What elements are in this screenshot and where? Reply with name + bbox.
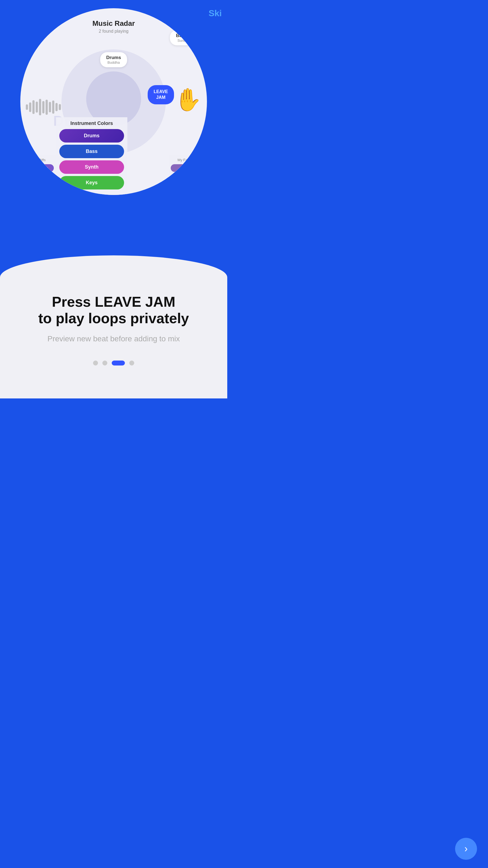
waveform-bar: [36, 102, 38, 113]
bass-bubble[interactable]: Bass Sunu: [170, 30, 193, 45]
radar-circle: Music Radar 2 found playing Drums Buddha…: [20, 8, 207, 195]
waveform-bar: [52, 100, 54, 114]
fav-item-1[interactable]: Drums: [171, 164, 205, 172]
wave-divider: [0, 255, 227, 277]
drums-bubble-sub: Buddha: [106, 60, 121, 65]
main-headline: Press LEAVE JAM to play loops privately: [8, 294, 219, 327]
sub-headline: Preview new beat before adding to mix: [8, 333, 219, 344]
leave-jam-button[interactable]: LEAVE JAM: [148, 85, 174, 104]
epic-riffs-item-2[interactable]: Song 2 Drums: [23, 174, 54, 181]
radar-wrapper: Music Radar 2 found playing Drums Buddha…: [0, 8, 227, 195]
top-section: Ski Music Radar 2 found playing Drums Bu…: [0, 0, 227, 255]
instrument-colors-title: Instrument Colors: [59, 121, 124, 126]
bass-instrument-btn[interactable]: Bass: [59, 145, 124, 158]
keys-instrument-btn[interactable]: Keys: [59, 176, 124, 189]
radar-subtitle: 2 found playing: [93, 29, 135, 34]
radar-title-area: Music Radar 2 found playing: [93, 19, 135, 34]
waveform-bar: [39, 99, 41, 115]
epic-riffs-item-3[interactable]: 7 Nation Army: [23, 183, 54, 191]
pagination-dot-1[interactable]: [102, 361, 107, 366]
waveform-bar: [32, 100, 35, 114]
drums-instrument-btn[interactable]: Drums: [59, 129, 124, 143]
drums-bubble-label: Drums: [106, 55, 121, 60]
bass-bubble-sub: Sunu: [176, 38, 187, 42]
instrument-colors-panel: Instrument Colors Drums Bass Synth Keys: [56, 117, 127, 195]
epic-riffs-column: Epic Riffs 7 Nation Kick Song 2 Drums 7 …: [20, 155, 56, 195]
headline-line2: to play loops privately: [8, 310, 219, 327]
pagination-dots: [8, 361, 219, 366]
fav-item-2[interactable]: Frame Drum: [171, 174, 205, 181]
epic-riffs-item-1[interactable]: 7 Nation Kick: [23, 164, 54, 172]
fav-item-3[interactable]: India: Tabla: [171, 183, 205, 191]
drums-bubble[interactable]: Drums Buddha: [100, 52, 127, 67]
pagination-dot-2[interactable]: [112, 361, 125, 366]
waveform-bar: [45, 100, 48, 115]
bottom-section: Press LEAVE JAM to play loops privately …: [0, 277, 227, 398]
waveform-bar: [29, 102, 31, 112]
waveform-bar: [49, 102, 51, 112]
waveform-bar: [42, 101, 44, 114]
my-favorites-column: My Favorites Drums Frame Drum India: Tab…: [168, 155, 207, 195]
waveform-bar: [56, 103, 58, 111]
pagination-dot-3[interactable]: [129, 361, 134, 366]
bass-bubble-label: Bass: [176, 33, 187, 38]
waveform-bar: [26, 104, 28, 110]
synth-instrument-btn[interactable]: Synth: [59, 160, 124, 174]
radar-title: Music Radar: [93, 19, 135, 28]
headline-line1: Press LEAVE JAM: [8, 294, 219, 310]
my-favorites-title: My Favorites: [171, 158, 205, 162]
epic-riffs-title: Epic Riffs: [23, 158, 54, 162]
hand-pointer-icon: 🤚: [174, 87, 201, 113]
waveform-bar: [59, 104, 61, 110]
pagination-dot-0[interactable]: [93, 361, 98, 366]
skip-button[interactable]: Ski: [208, 8, 222, 19]
